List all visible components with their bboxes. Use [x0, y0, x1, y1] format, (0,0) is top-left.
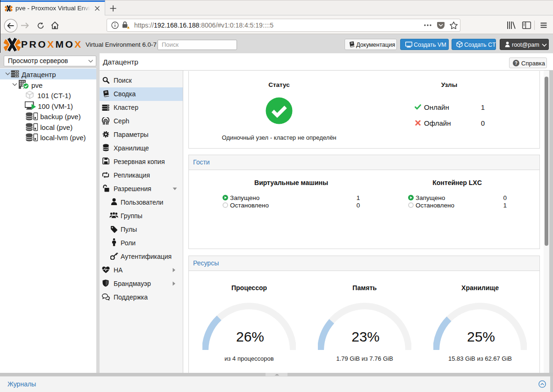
- svg-text:?: ?: [515, 60, 517, 65]
- svg-text:PROXMOX: PROXMOX: [21, 40, 82, 50]
